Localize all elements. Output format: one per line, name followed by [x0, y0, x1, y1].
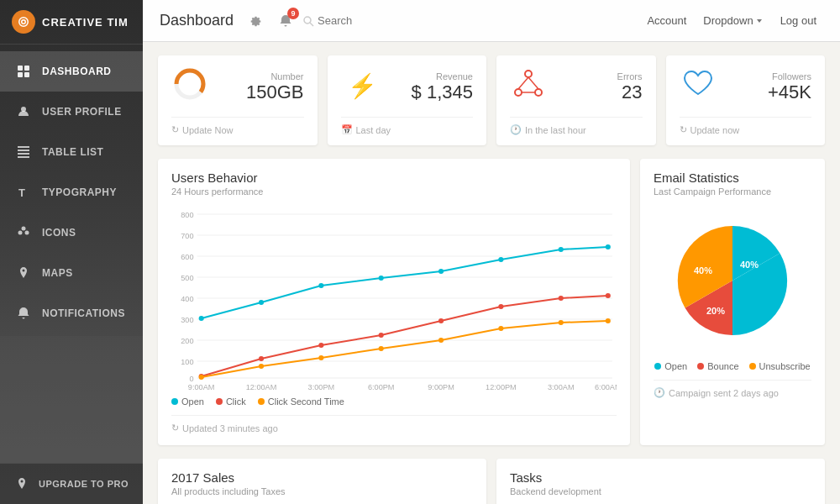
sidebar-logo-text: CREATIVE TIM — [42, 16, 129, 29]
sales-title: 2017 Sales — [171, 470, 473, 485]
svg-text:700: 700 — [181, 232, 193, 240]
notifications-icon — [12, 302, 35, 325]
stat-footer-followers: Update now — [690, 125, 740, 135]
stat-footer-revenue: Last day — [356, 125, 391, 135]
settings-button[interactable] — [244, 9, 267, 33]
account-link[interactable]: Account — [640, 11, 693, 30]
svg-text:100: 100 — [181, 358, 193, 366]
svg-text:600: 600 — [181, 253, 193, 261]
svg-point-18 — [525, 71, 532, 77]
notification-badge: 9 — [287, 8, 299, 19]
bounce-pie-dot — [697, 363, 704, 370]
line-legend: Open Click Click Second Time — [171, 396, 617, 407]
sidebar-item-dashboard[interactable]: Dashboard — [0, 51, 143, 92]
svg-rect-7 — [18, 153, 29, 155]
svg-point-65 — [606, 318, 611, 323]
svg-line-14 — [310, 23, 313, 26]
click-dot — [216, 398, 223, 405]
svg-text:9:00AM: 9:00AM — [188, 383, 215, 390]
upgrade-button[interactable]: Upgrade to Pro — [0, 463, 143, 504]
stat-value-revenue: $ 1,345 — [388, 81, 474, 103]
sidebar-item-label: Maps — [42, 267, 73, 279]
upgrade-icon — [12, 474, 32, 494]
legend-click-second: Click Second Time — [258, 396, 344, 407]
sidebar-item-typography[interactable]: T Typography — [0, 172, 143, 213]
svg-point-12 — [22, 227, 26, 231]
topbar: Dashboard 9 Account Dropdown Log out — [143, 0, 840, 42]
sidebar-item-label: User Profile — [42, 106, 122, 118]
svg-rect-3 — [24, 72, 29, 77]
icons-icon — [12, 221, 35, 244]
svg-text:500: 500 — [181, 274, 193, 282]
svg-point-46 — [438, 269, 444, 274]
refresh-icon-3: ↻ — [171, 423, 179, 433]
sidebar-item-notifications[interactable]: Notifications — [0, 293, 143, 333]
stat-value-errors: 23 — [557, 81, 643, 103]
svg-text:20%: 20% — [706, 306, 725, 316]
logo-icon — [12, 10, 35, 34]
charts-row: Users Behavior 24 Hours performance 800 … — [158, 159, 825, 445]
svg-point-55 — [498, 304, 503, 309]
sidebar-item-icons[interactable]: Icons — [0, 213, 143, 253]
svg-text:40%: 40% — [740, 260, 759, 270]
svg-text:400: 400 — [181, 295, 193, 303]
svg-rect-5 — [18, 146, 29, 148]
svg-point-52 — [318, 343, 323, 348]
svg-point-58 — [199, 375, 204, 380]
bottom-row: 2017 Sales All products including Taxes … — [158, 459, 825, 504]
svg-text:6:00PM: 6:00PM — [368, 383, 395, 390]
heart-icon — [680, 66, 717, 108]
svg-line-22 — [528, 77, 538, 89]
svg-point-11 — [25, 231, 29, 235]
svg-point-63 — [498, 326, 503, 331]
dropdown-button[interactable]: Dropdown — [696, 11, 769, 30]
stat-footer-number[interactable]: Update Now — [182, 125, 234, 135]
svg-text:3:00AM: 3:00AM — [548, 383, 575, 390]
svg-text:800: 800 — [181, 211, 193, 219]
tasks-card: Tasks Backend development Sign contract … — [496, 459, 825, 504]
refresh-icon-2: ↻ — [680, 124, 687, 135]
email-stats-subtitle: Last Campaign Performance — [654, 186, 811, 197]
sidebar-item-user-profile[interactable]: User Profile — [0, 92, 143, 132]
stat-label-followers: Followers — [727, 71, 812, 81]
lightning-icon: ⚡ — [341, 66, 378, 108]
stat-value-number: 150GB — [218, 81, 304, 103]
svg-rect-0 — [18, 66, 23, 71]
stat-card-followers: Followers +45K ↻ Update now — [666, 55, 826, 145]
sidebar-item-maps[interactable]: Maps — [0, 253, 143, 293]
svg-rect-2 — [18, 72, 23, 77]
svg-text:40%: 40% — [694, 265, 712, 276]
svg-point-61 — [379, 346, 384, 351]
open-pie-dot — [654, 363, 661, 370]
sidebar-logo[interactable]: CREATIVE TIM — [0, 0, 143, 45]
svg-point-13 — [304, 17, 311, 24]
legend-unsubscribe-pie: Unsubscribe — [749, 361, 811, 371]
legend-click: Click — [216, 396, 246, 407]
sidebar-item-label: Icons — [42, 227, 76, 239]
sidebar-item-table-list[interactable]: Table List — [0, 132, 143, 172]
users-behavior-subtitle: 24 Hours performance — [171, 186, 617, 197]
clock-icon-2: 🕐 — [654, 387, 665, 398]
stat-label-revenue: Revenue — [388, 71, 474, 81]
email-stats-title: Email Statistics — [654, 171, 811, 185]
svg-text:0: 0 — [189, 375, 193, 383]
line-chart: 800 700 600 500 400 300 200 100 0 — [171, 205, 617, 390]
logout-link[interactable]: Log out — [774, 11, 823, 30]
refresh-icon: ↻ — [171, 124, 179, 135]
notifications-button[interactable]: 9 — [274, 9, 297, 33]
topbar-icons: 9 — [244, 9, 297, 33]
svg-point-43 — [259, 300, 264, 305]
svg-text:300: 300 — [181, 316, 193, 324]
pie-chart: 40% 20% 40% — [654, 205, 811, 354]
topbar-right: Account Dropdown Log out — [640, 11, 823, 30]
pie-legend: Open Bounce Unsubscribe — [654, 361, 811, 371]
legend-open-pie: Open — [654, 361, 687, 371]
typography-icon: T — [12, 181, 35, 204]
svg-text:T: T — [18, 186, 25, 199]
svg-text:6:00AM: 6:00AM — [595, 383, 617, 390]
sidebar-item-label: Typography — [42, 186, 117, 198]
search-input[interactable] — [318, 14, 402, 27]
unsubscribe-pie-dot — [749, 363, 756, 370]
main-area: Dashboard 9 Account Dropdown Log out — [143, 0, 840, 504]
svg-text:3:00PM: 3:00PM — [308, 383, 335, 390]
